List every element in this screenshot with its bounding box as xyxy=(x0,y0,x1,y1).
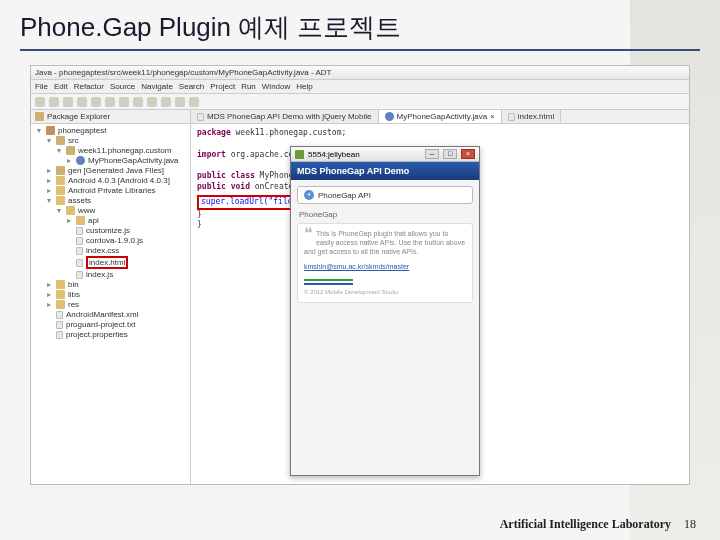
folder-icon xyxy=(56,136,65,145)
app-header: MDS PhoneGap API Demo xyxy=(291,162,479,180)
source-link[interactable]: kmshin@smu.ac.kr/skmds/master xyxy=(304,262,466,271)
editor-tab-index[interactable]: index.html xyxy=(502,110,561,123)
menu-file[interactable]: File xyxy=(35,82,48,91)
ide-menubar[interactable]: File Edit Refactor Source Navigate Searc… xyxy=(31,80,689,94)
explorer-tab-label: Package Explorer xyxy=(47,112,110,121)
tree-api[interactable]: api xyxy=(88,216,99,225)
file-icon xyxy=(56,331,63,339)
toolbar-icon[interactable] xyxy=(91,97,101,107)
file-icon xyxy=(56,311,63,319)
toolbar-icon[interactable] xyxy=(35,97,45,107)
minimize-button[interactable]: – xyxy=(425,149,439,159)
menu-refactor[interactable]: Refactor xyxy=(74,82,104,91)
file-icon xyxy=(76,259,83,267)
blue-bar xyxy=(304,283,353,285)
explorer-tab[interactable]: Package Explorer xyxy=(31,110,190,124)
close-icon[interactable]: × xyxy=(490,112,495,121)
green-bar xyxy=(304,279,353,281)
tab-label: index.html xyxy=(518,112,554,121)
editor-tab-activity[interactable]: MyPhoneGapActivity.java× xyxy=(379,110,502,123)
ide-toolbar[interactable] xyxy=(31,94,689,110)
library-icon xyxy=(56,186,65,195)
app-body: + PhoneGap API PhoneGap ❝ This is PhoneG… xyxy=(291,180,479,475)
package-icon xyxy=(35,112,44,121)
phonegap-api-button[interactable]: + PhoneGap API xyxy=(297,186,473,204)
tree-projprops[interactable]: project.properties xyxy=(66,330,128,339)
copyright-text: © 2012 Mobile Development Studio xyxy=(304,289,466,297)
title-underline xyxy=(20,49,700,51)
java-icon xyxy=(76,156,85,165)
tree-activity[interactable]: MyPhoneGapActivity.java xyxy=(88,156,179,165)
ide-window-title: Java - phonegaptest/src/week11/phonegap/… xyxy=(31,66,689,80)
tree-gen[interactable]: gen [Generated Java Files] xyxy=(68,166,164,175)
menu-navigate[interactable]: Navigate xyxy=(141,82,173,91)
plus-icon: + xyxy=(304,190,314,200)
file-icon xyxy=(56,321,63,329)
button-label: PhoneGap API xyxy=(318,191,371,200)
folder-icon xyxy=(56,166,65,175)
tree-libs[interactable]: libs xyxy=(68,290,80,299)
project-icon xyxy=(46,126,55,135)
menu-help[interactable]: Help xyxy=(296,82,312,91)
description-text: This is PhoneGap plugin that allows you … xyxy=(304,230,465,255)
menu-search[interactable]: Search xyxy=(179,82,204,91)
slide-title: Phone.Gap Plugin 예제 프로젝트 xyxy=(0,0,720,49)
tree-pkg[interactable]: week11.phonegap.custom xyxy=(78,146,171,155)
toolbar-icon[interactable] xyxy=(119,97,129,107)
file-icon xyxy=(76,271,83,279)
toolbar-icon[interactable] xyxy=(63,97,73,107)
menu-edit[interactable]: Edit xyxy=(54,82,68,91)
tree-res[interactable]: res xyxy=(68,300,79,309)
toolbar-icon[interactable] xyxy=(49,97,59,107)
package-explorer[interactable]: Package Explorer ▾phonegaptest ▾src ▾wee… xyxy=(31,110,191,484)
close-button[interactable]: × xyxy=(461,149,475,159)
folder-icon xyxy=(76,216,85,225)
tree-customjs[interactable]: customize.js xyxy=(86,226,130,235)
tree-android-priv[interactable]: Android Private Libraries xyxy=(68,186,156,195)
folder-icon xyxy=(56,280,65,289)
menu-project[interactable]: Project xyxy=(210,82,235,91)
tab-label: MyPhoneGapActivity.java xyxy=(397,112,488,121)
file-icon xyxy=(508,113,515,121)
toolbar-icon[interactable] xyxy=(77,97,87,107)
description-card: ❝ This is PhoneGap plugin that allows yo… xyxy=(297,223,473,303)
section-label: PhoneGap xyxy=(299,210,473,219)
footer-label: Artificial Intelligence Laboratory xyxy=(500,517,671,531)
file-icon xyxy=(76,247,83,255)
tree-indexhtml[interactable]: index.html xyxy=(86,256,128,269)
toolbar-icon[interactable] xyxy=(189,97,199,107)
tree-assets[interactable]: assets xyxy=(68,196,91,205)
android-icon xyxy=(295,150,304,159)
editor-tabs[interactable]: MDS PhoneGap API Demo with jQuery Mobile… xyxy=(191,110,689,124)
tree-project[interactable]: phonegaptest xyxy=(58,126,107,135)
maximize-button[interactable]: □ xyxy=(443,149,457,159)
file-icon xyxy=(197,113,204,121)
library-icon xyxy=(56,176,65,185)
tree-src[interactable]: src xyxy=(68,136,79,145)
project-tree[interactable]: ▾phonegaptest ▾src ▾week11.phonegap.cust… xyxy=(31,124,190,484)
editor-tab-demo[interactable]: MDS PhoneGap API Demo with jQuery Mobile xyxy=(191,110,379,123)
tree-proguard[interactable]: proguard-project.txt xyxy=(66,320,135,329)
menu-window[interactable]: Window xyxy=(262,82,290,91)
tree-www[interactable]: www xyxy=(78,206,95,215)
toolbar-icon[interactable] xyxy=(147,97,157,107)
menu-source[interactable]: Source xyxy=(110,82,135,91)
emulator-titlebar[interactable]: 5554:jellybean – □ × xyxy=(291,147,479,162)
tree-manifest[interactable]: AndroidManifest.xml xyxy=(66,310,138,319)
tree-indexcss[interactable]: index.css xyxy=(86,246,119,255)
toolbar-icon[interactable] xyxy=(161,97,171,107)
toolbar-icon[interactable] xyxy=(175,97,185,107)
folder-icon xyxy=(66,206,75,215)
java-icon xyxy=(385,112,394,121)
slide-footer: Artificial Intelligence Laboratory 18 xyxy=(500,517,696,532)
tree-indexjs[interactable]: index.js xyxy=(86,270,113,279)
tree-bin[interactable]: bin xyxy=(68,280,79,289)
emulator-window[interactable]: 5554:jellybean – □ × MDS PhoneGap API De… xyxy=(290,146,480,476)
tree-android-lib[interactable]: Android 4.0.3 [Android 4.0.3] xyxy=(68,176,170,185)
tree-cordova[interactable]: cordova-1.9.0.js xyxy=(86,236,143,245)
menu-run[interactable]: Run xyxy=(241,82,256,91)
toolbar-icon[interactable] xyxy=(105,97,115,107)
toolbar-icon[interactable] xyxy=(133,97,143,107)
quote-icon: ❝ xyxy=(304,229,313,239)
folder-icon xyxy=(56,300,65,309)
